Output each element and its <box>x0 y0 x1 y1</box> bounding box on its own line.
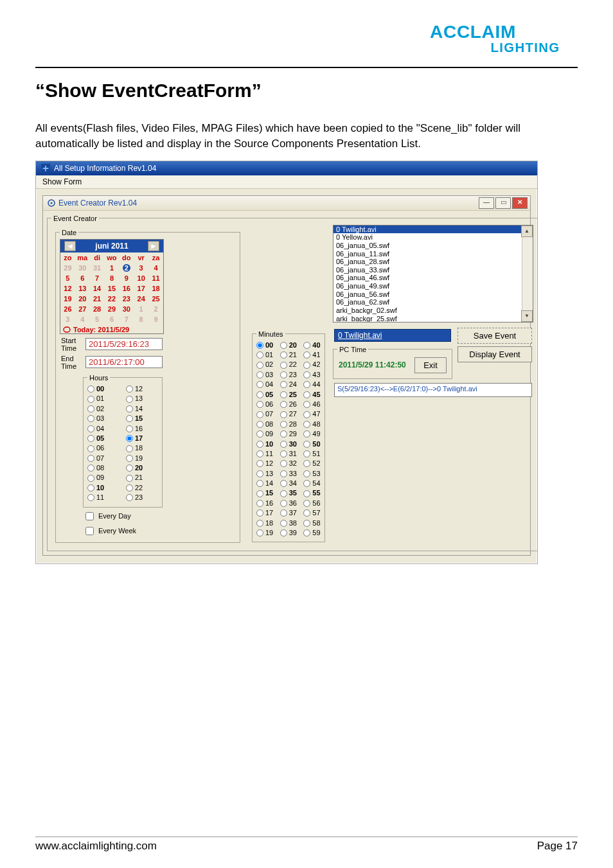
list-scrollbar[interactable] <box>522 226 533 322</box>
max-button[interactable]: ▭ <box>495 197 511 209</box>
min-radio[interactable]: 08 <box>256 420 274 429</box>
min-radio[interactable]: 21 <box>280 350 298 360</box>
min-radio[interactable]: 53 <box>303 469 321 479</box>
list-item[interactable]: 06_janua_62.swf <box>333 298 533 306</box>
hour-radio[interactable]: 18 <box>126 443 158 453</box>
min-radio[interactable]: 39 <box>280 528 298 538</box>
start-time-input[interactable] <box>85 338 163 350</box>
cal-day[interactable]: 9 <box>119 273 134 283</box>
min-radio[interactable]: 03 <box>256 370 274 380</box>
cal-day[interactable]: 30 <box>119 304 134 314</box>
min-radio[interactable]: 34 <box>280 479 298 488</box>
hour-radio[interactable]: 13 <box>126 394 158 403</box>
min-radio[interactable]: 26 <box>280 400 298 409</box>
min-radio[interactable]: 32 <box>280 459 298 468</box>
min-radio[interactable]: 59 <box>303 528 321 538</box>
min-radio[interactable]: 48 <box>303 420 321 429</box>
list-item[interactable]: 06_janua_28.swf <box>333 258 533 266</box>
list-item[interactable]: 06_janua_49.swf <box>333 282 533 290</box>
min-radio[interactable]: 09 <box>256 429 274 439</box>
min-radio[interactable]: 43 <box>303 370 321 380</box>
min-radio[interactable]: 06 <box>256 400 274 409</box>
min-radio[interactable]: 40 <box>303 341 321 350</box>
min-radio[interactable]: 42 <box>303 360 321 369</box>
min-radio[interactable]: 23 <box>280 370 298 380</box>
hour-radio[interactable]: 01 <box>87 394 120 403</box>
hour-radio[interactable]: 06 <box>87 443 120 453</box>
min-radio[interactable]: 14 <box>256 479 274 488</box>
min-radio[interactable]: 56 <box>303 499 321 508</box>
cal-day[interactable]: 4 <box>75 314 90 324</box>
cal-day[interactable]: 31 <box>90 263 105 273</box>
cal-day[interactable]: 22 <box>105 294 120 304</box>
cal-day[interactable]: 7 <box>119 314 134 324</box>
list-item[interactable]: 0 Twilight.avi <box>333 226 533 234</box>
hour-radio[interactable]: 09 <box>87 473 120 483</box>
min-radio[interactable]: 19 <box>256 528 274 538</box>
min-radio[interactable]: 02 <box>256 360 274 369</box>
cal-day[interactable]: 8 <box>105 273 120 283</box>
save-event-button[interactable]: Save Event <box>458 328 532 344</box>
min-radio[interactable]: 54 <box>303 479 321 488</box>
min-radio[interactable]: 15 <box>256 488 274 498</box>
min-radio[interactable]: 18 <box>256 518 274 528</box>
cal-day[interactable]: 24 <box>134 294 148 304</box>
cal-day[interactable]: 23 <box>119 294 134 304</box>
hour-radio[interactable]: 08 <box>87 463 120 473</box>
min-radio[interactable]: 13 <box>256 469 274 479</box>
hour-radio[interactable]: 19 <box>126 454 158 463</box>
cal-day[interactable]: 14 <box>90 283 105 294</box>
cal-day[interactable]: 15 <box>105 283 120 294</box>
cal-day[interactable]: 2 <box>119 263 134 273</box>
cal-day[interactable]: 1 <box>105 263 120 273</box>
min-radio[interactable]: 35 <box>280 488 298 498</box>
min-radio[interactable]: 44 <box>303 380 321 389</box>
hour-radio[interactable]: 05 <box>87 434 120 443</box>
min-radio[interactable]: 55 <box>303 488 321 498</box>
cal-day[interactable]: 4 <box>148 263 163 273</box>
cal-day[interactable]: 5 <box>60 273 75 283</box>
list-item[interactable]: 06_janua_11.swf <box>333 250 533 258</box>
end-time-input[interactable] <box>85 356 163 368</box>
cal-today[interactable]: Today: 2011/5/29 <box>73 326 129 333</box>
cal-day[interactable]: 7 <box>90 273 105 283</box>
cal-day[interactable]: 17 <box>134 283 148 294</box>
scroll-down-icon[interactable]: ▼ <box>521 310 533 322</box>
hour-radio[interactable]: 12 <box>126 384 158 394</box>
min-radio[interactable]: 00 <box>256 341 274 350</box>
cal-day[interactable]: 12 <box>60 283 75 294</box>
cal-day[interactable]: 21 <box>90 294 105 304</box>
cal-day[interactable]: 29 <box>60 263 75 273</box>
cal-day[interactable]: 2 <box>148 304 163 314</box>
everyday-check[interactable]: Every Day <box>83 510 160 522</box>
min-radio[interactable]: 37 <box>280 508 298 518</box>
cal-day[interactable]: 6 <box>105 314 120 324</box>
min-radio[interactable]: 29 <box>280 429 298 439</box>
list-item[interactable]: 06_janua_33.swf <box>333 266 533 274</box>
exit-button[interactable]: Exit <box>414 357 447 373</box>
hour-radio[interactable]: 20 <box>126 463 158 473</box>
hour-radio[interactable]: 22 <box>126 483 158 493</box>
hour-radio[interactable]: 16 <box>126 424 158 434</box>
cal-day[interactable]: 1 <box>134 304 148 314</box>
hour-radio[interactable]: 10 <box>87 483 120 493</box>
min-radio[interactable]: 28 <box>280 420 298 429</box>
cal-day[interactable]: 6 <box>75 273 90 283</box>
min-radio[interactable]: 49 <box>303 429 321 439</box>
min-radio[interactable]: 51 <box>303 449 321 459</box>
min-radio[interactable]: 24 <box>280 380 298 389</box>
list-item[interactable]: 06_janua_46.swf <box>333 274 533 282</box>
hour-radio[interactable]: 14 <box>126 404 158 414</box>
min-radio[interactable]: 16 <box>256 499 274 508</box>
cal-day[interactable]: 9 <box>148 314 163 324</box>
min-radio[interactable]: 17 <box>256 508 274 518</box>
cal-day[interactable]: 25 <box>148 294 163 304</box>
cal-day[interactable]: 3 <box>60 314 75 324</box>
cal-day[interactable]: 13 <box>75 283 90 294</box>
cal-day[interactable]: 29 <box>105 304 120 314</box>
min-radio[interactable]: 30 <box>280 439 298 449</box>
cal-day[interactable]: 18 <box>148 283 163 294</box>
min-radio[interactable]: 07 <box>256 409 274 419</box>
hour-radio[interactable]: 17 <box>126 434 158 443</box>
min-radio[interactable]: 47 <box>303 409 321 419</box>
